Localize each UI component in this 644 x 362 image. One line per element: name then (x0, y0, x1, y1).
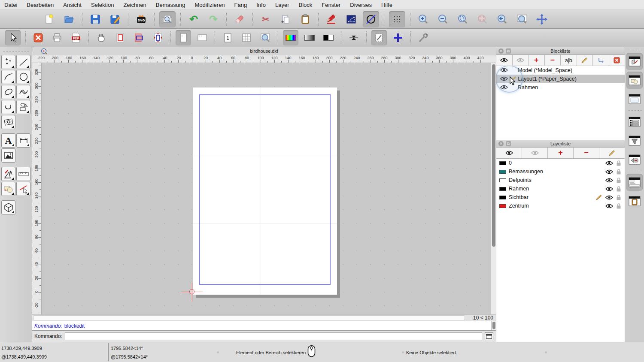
layer-list-item[interactable]: Zentrum (496, 202, 625, 210)
visibility-eye-icon[interactable] (605, 204, 613, 208)
menu-item-datei[interactable]: Datei (4, 2, 17, 8)
remove-block-button[interactable]: − (545, 55, 561, 66)
insert-block-button[interactable] (593, 55, 609, 66)
save-button[interactable] (87, 11, 103, 27)
previous-view-button[interactable] (494, 11, 510, 27)
visibility-eye-icon[interactable] (605, 195, 613, 200)
menu-item-modifizieren[interactable]: Modifizieren (195, 2, 225, 8)
view-3d-tools-button[interactable] (1, 200, 15, 214)
horizontal-scrollbar-thumb[interactable] (33, 315, 465, 320)
restrict-angle-button[interactable] (343, 11, 359, 27)
full-color-mode-button[interactable] (283, 30, 298, 45)
lock-icon[interactable] (616, 177, 621, 183)
paste-button[interactable] (297, 11, 313, 27)
pan-button[interactable] (534, 11, 550, 27)
menu-item-bemassung[interactable]: Bemassung (156, 2, 185, 8)
zoom-to-page-button[interactable] (258, 30, 273, 45)
point-tools-button[interactable] (1, 55, 15, 69)
history-scrollbar-thumb[interactable] (492, 322, 495, 329)
dock-drag-handle[interactable] (629, 49, 641, 51)
document-titlebar[interactable]: birdhouse.dxf (32, 47, 496, 55)
delete-button[interactable] (231, 11, 248, 27)
arc-tools-button[interactable] (1, 70, 15, 84)
visibility-eye-icon[interactable] (605, 187, 613, 191)
layer-color-swatch[interactable] (499, 161, 506, 165)
remove-layer-button[interactable]: − (574, 148, 599, 158)
polyline-tools-button[interactable] (1, 100, 15, 114)
multiple-pages-button[interactable] (239, 30, 254, 45)
single-page-button[interactable]: 1 (220, 30, 235, 45)
svg-export-button[interactable]: SVG (133, 11, 149, 27)
block-list-item[interactable]: Rahmen (496, 83, 625, 92)
undo-button[interactable]: ↶ (185, 11, 202, 27)
pdf-export-button[interactable]: PDF (68, 30, 84, 45)
grayscale-mode-button[interactable] (302, 30, 317, 45)
image-tool-button[interactable] (1, 148, 15, 163)
print-button[interactable] (49, 30, 65, 45)
layer-color-swatch[interactable] (499, 204, 506, 208)
show-all-layers-button[interactable] (496, 148, 522, 158)
portrait-orientation-button[interactable] (176, 30, 191, 45)
text-tool-button[interactable]: A (1, 133, 15, 148)
palette-drag-handle[interactable] (3, 51, 29, 53)
canvas-vertical-scrollbar[interactable] (491, 63, 496, 314)
menu-item-hilfe[interactable]: Hilfe (381, 2, 392, 8)
hide-all-layers-button[interactable] (522, 148, 548, 158)
zoom-window-button[interactable] (514, 11, 530, 27)
menu-item-fenster[interactable]: Fenster (322, 2, 340, 8)
zoom-in-button[interactable] (415, 11, 431, 27)
print-preview-button[interactable] (159, 11, 176, 27)
visibility-eye-icon[interactable] (500, 85, 508, 90)
measure-tools-button[interactable] (16, 167, 30, 181)
close-panel-button[interactable]: ✕ (498, 141, 504, 146)
save-as-button[interactable] (107, 11, 123, 27)
menu-item-layer[interactable]: Layer (275, 2, 289, 8)
property-editor-dock-button[interactable] (626, 72, 643, 89)
hide-all-blocks-button[interactable] (513, 55, 529, 66)
menu-item-ansicht[interactable]: Ansicht (63, 2, 82, 8)
visibility-eye-icon[interactable] (500, 76, 508, 81)
draft-mode-button[interactable] (371, 30, 387, 45)
layer-list-item[interactable]: Sichtbar (496, 193, 625, 202)
show-reference-points-button[interactable] (390, 30, 406, 45)
black-white-mode-button[interactable] (321, 30, 336, 45)
copy-button[interactable] (277, 11, 294, 27)
lock-icon[interactable] (616, 169, 621, 175)
layer-color-swatch[interactable] (499, 187, 506, 191)
float-panel-button[interactable]: ⧉ (506, 48, 511, 54)
open-file-button[interactable] (61, 11, 77, 27)
lineweight-scale-button[interactable] (346, 30, 361, 45)
visibility-eye-icon[interactable] (500, 68, 508, 72)
add-layer-button[interactable]: + (548, 148, 574, 158)
preferences-button[interactable] (416, 30, 431, 45)
command-input[interactable] (65, 332, 482, 340)
close-panel-button[interactable]: ✕ (498, 48, 504, 54)
vertical-scrollbar-thumb[interactable] (492, 64, 495, 247)
construction-mode-button[interactable] (363, 11, 379, 27)
shape-tools-button[interactable] (16, 100, 30, 114)
detach-command-line-button[interactable] (485, 332, 493, 340)
zoom-out-button[interactable] (435, 11, 451, 27)
circle-tools-button[interactable] (16, 70, 30, 84)
clipboard-dock-button[interactable] (626, 193, 643, 210)
menu-item-bearbeiten[interactable]: Bearbeiten (27, 2, 54, 8)
auto-fit-drawing-button[interactable] (150, 30, 166, 45)
pointer-tool-button[interactable] (5, 30, 21, 45)
show-all-blocks-button[interactable] (496, 55, 513, 66)
visibility-eye-icon[interactable] (605, 178, 613, 183)
rename-block-button[interactable]: a|b (561, 55, 577, 66)
dimension-tools-button[interactable] (16, 133, 30, 148)
move-paper-position-button[interactable] (94, 30, 109, 45)
landscape-orientation-button[interactable] (194, 30, 210, 45)
visibility-eye-icon[interactable] (605, 169, 613, 174)
drawing-canvas[interactable] (42, 63, 491, 314)
layer-list-item[interactable]: Bemassungen (496, 167, 625, 176)
block-list-item[interactable]: Model (*Model_Space) (496, 66, 625, 75)
lock-icon[interactable] (616, 194, 621, 200)
modify-tools-button[interactable] (1, 182, 15, 196)
lock-icon[interactable] (616, 203, 621, 209)
edit-layer-button[interactable] (599, 148, 625, 158)
ellipse-tools-button[interactable] (1, 85, 15, 99)
new-file-button[interactable] (41, 11, 58, 27)
line-tools-button[interactable] (16, 55, 30, 69)
